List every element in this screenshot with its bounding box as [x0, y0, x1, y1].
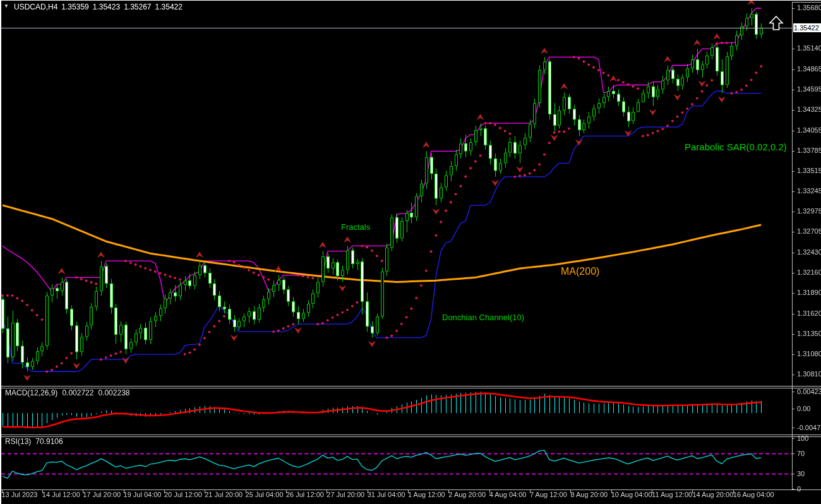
price-axis-tick: 1.34595 — [797, 85, 821, 93]
time-axis-label: 25 Jul 04:00 — [246, 491, 284, 498]
rsi-axis-tick: 0 — [797, 485, 801, 493]
rsi-axis-tick: 70 — [797, 450, 805, 457]
macd-axis-tick: -0.004725 — [797, 424, 821, 431]
time-axis-label: 4 Aug 04:00 — [489, 491, 527, 498]
macd-axis-tick: 0.00 — [797, 405, 810, 412]
time-axis-label: 16 Aug 04:00 — [733, 491, 774, 498]
price-axis-tick: 1.31890 — [797, 289, 821, 296]
bid-price-label: 1.35422 — [793, 23, 821, 32]
price-axis-tick: 1.31080 — [797, 350, 821, 357]
price-axis-tick: 1.35140 — [797, 44, 821, 52]
chart-canvas[interactable] — [0, 0, 821, 504]
price-axis-tick: 1.32975 — [797, 207, 821, 215]
price-axis-tick: 1.31350 — [797, 330, 821, 337]
price-axis-tick: 1.34865 — [797, 65, 821, 73]
time-axis-label: 26 Jul 12:00 — [286, 491, 324, 498]
mt4-chart-window: ▼ USDCAD,H41.353591.354231.352671.35422 … — [0, 0, 821, 504]
time-axis-label: 11 Aug 12:00 — [652, 491, 692, 498]
price-axis-tick: 1.33515 — [797, 167, 821, 174]
price-axis-tick: 1.31620 — [797, 309, 821, 317]
time-axis-label: 7 Aug 12:00 — [530, 491, 567, 498]
rsi-axis-tick: 30 — [797, 470, 805, 477]
time-axis-label: 14 Aug 20:00 — [692, 491, 733, 498]
time-axis-label: 14 Jul 12:00 — [42, 491, 80, 498]
price-axis-tick: 1.33785 — [797, 147, 821, 154]
price-axis-tick: 1.32705 — [797, 227, 821, 235]
price-axis-tick: 1.34325 — [797, 105, 821, 113]
price-axis-tick: 1.32430 — [797, 248, 821, 256]
price-axis-tick: 1.35680 — [797, 4, 821, 11]
time-axis-label: 20 Jul 12:00 — [164, 491, 202, 498]
time-axis-label: 13 Jul 2023 — [2, 491, 38, 498]
price-axis-tick: 1.34055 — [797, 126, 821, 134]
time-axis-label: 10 Aug 04:00 — [611, 491, 652, 498]
time-axis-label: 19 Jul 04:00 — [124, 491, 162, 498]
time-axis-label: 21 Jul 20:00 — [205, 491, 243, 498]
price-axis-tick: 1.32160 — [797, 268, 821, 276]
time-axis-label: 2 Aug 20:00 — [448, 491, 486, 498]
time-axis-label: 27 Jul 20:00 — [327, 491, 364, 498]
rsi-axis-tick: 100 — [797, 435, 808, 442]
time-axis-label: 8 Aug 20:00 — [570, 491, 608, 498]
time-axis-label: 31 Jul 04:00 — [368, 491, 405, 498]
time-axis-label: 17 Jul 20:00 — [83, 491, 121, 498]
macd-axis-tick: 0.004232 — [797, 388, 821, 395]
price-axis-tick: 1.30810 — [797, 370, 821, 378]
price-axis-tick: 1.33245 — [797, 187, 821, 195]
time-axis-label: 1 Aug 12:00 — [408, 491, 445, 498]
